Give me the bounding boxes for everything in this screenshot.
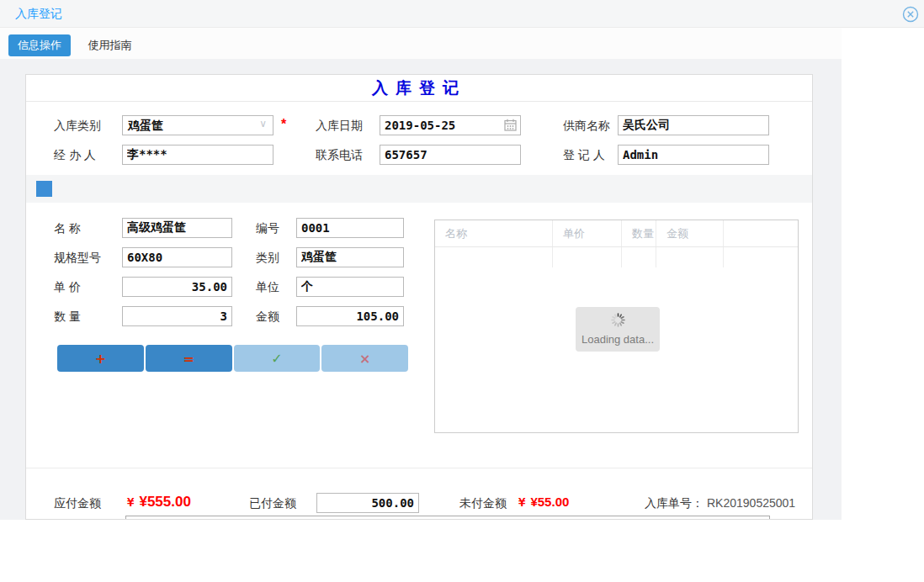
loading-text: Loading data... [576,333,660,346]
item-unit-label: 单位 [256,277,279,297]
confirm-button[interactable]: ✓ [234,345,321,372]
item-spec-label: 规格型号 [54,247,101,267]
tab-info-operation[interactable]: 信息操作 [8,34,71,56]
order-number: 入库单号：RK20190525001 [645,493,795,513]
unpaid-label: 未付金额 [459,493,507,513]
item-price-label: 单 价 [54,277,81,297]
equals-button[interactable]: = [146,345,232,372]
registrar-label: 登 记 人 [563,145,605,165]
cancel-button[interactable]: × [321,345,408,372]
item-action-buttons: + = ✓ × [57,345,408,372]
item-unit-input[interactable] [296,277,404,297]
section-divider-band [26,175,812,203]
date-label: 入库日期 [316,115,363,135]
date-input[interactable] [380,115,521,135]
item-code-input[interactable] [296,218,404,238]
supplier-input[interactable] [618,115,769,135]
supplier-label: 供商名称 [563,115,610,135]
close-icon[interactable] [902,6,919,23]
paid-label: 已付金额 [249,493,296,513]
unpaid-amount: ¥¥55.00 [518,491,569,513]
paid-amount-input[interactable] [316,493,419,513]
footer-divider [26,468,812,468]
loading-spinner-icon [611,313,625,327]
col-header-empty [724,220,798,246]
right-panel [842,28,924,526]
item-type-input[interactable] [296,247,404,267]
item-name-label: 名 称 [54,218,81,238]
unpaid-currency-sign: ¥ [518,495,525,509]
date-field-wrap [380,115,521,135]
col-header-name: 名称 [435,220,553,246]
item-type-label: 类别 [256,247,279,267]
page-title: 入库登记 [26,75,812,102]
items-table-header: 名称 单价 数量 金额 [435,220,798,247]
item-code-label: 编号 [256,218,279,238]
item-qty-label: 数 量 [54,306,81,326]
item-qty-input[interactable] [122,306,232,326]
col-header-amount: 金额 [656,220,724,246]
tab-user-guide[interactable]: 使用指南 [78,34,141,56]
item-amount-input[interactable] [296,306,404,326]
empty-table-row [435,247,798,267]
add-item-button[interactable]: + [57,345,144,372]
tab-bar: 信息操作 使用指南 [0,28,842,59]
handler-input[interactable] [122,145,273,165]
col-header-price: 单价 [553,220,622,246]
category-select-value: 鸡蛋筐 [128,116,163,135]
window-titlebar: 入库登记 [0,0,924,28]
col-header-qty: 数量 [622,220,656,246]
payable-amount: ¥¥555.00 [127,491,191,513]
item-name-input[interactable] [122,218,232,238]
category-select[interactable]: 鸡蛋筐 ∨ [122,115,273,135]
handler-label: 经 办 人 [54,145,96,165]
order-number-value: RK20190525001 [707,496,795,510]
calendar-icon[interactable] [504,119,517,131]
warehouse-entry-dialog: 入库登记 信息操作 使用指南 入库登记 入库类别 鸡蛋筐 ∨ * 入库日期 [0,0,924,582]
payable-currency-sign: ¥ [127,495,134,509]
item-amount-label: 金额 [256,306,279,326]
window-title: 入库登记 [15,7,62,22]
dialog-body: 信息操作 使用指南 入库登记 入库类别 鸡蛋筐 ∨ * 入库日期 [0,28,842,520]
entry-form-card: 入库登记 入库类别 鸡蛋筐 ∨ * 入库日期 [25,74,813,520]
category-label: 入库类别 [54,115,101,135]
blue-square-icon [36,181,52,197]
registrar-input[interactable] [618,145,769,165]
remark-input[interactable] [125,516,770,520]
chevron-down-icon: ∨ [259,118,267,130]
payable-label: 应付金额 [54,493,101,513]
item-spec-input[interactable] [122,247,232,267]
order-number-label: 入库单号： [645,496,704,510]
item-price-input[interactable] [122,277,232,297]
items-table: 名称 单价 数量 金额 [434,220,799,433]
required-asterisk: * [281,117,286,132]
loading-indicator: Loading data... [576,307,660,352]
phone-input[interactable] [380,145,521,165]
phone-label: 联系电话 [316,145,363,165]
